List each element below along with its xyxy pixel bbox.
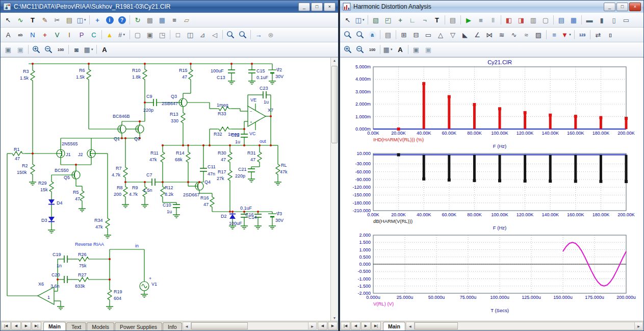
autoscale-icon[interactable]: a bbox=[366, 29, 378, 41]
mirror-icon[interactable]: ⊿ bbox=[196, 29, 209, 41]
attributes-icon[interactable]: A bbox=[2, 29, 14, 41]
tab-text[interactable]: Text bbox=[66, 322, 86, 330]
envelope-icon[interactable]: ≈ bbox=[520, 29, 532, 41]
properties-icon[interactable]: ▤ bbox=[382, 29, 394, 41]
next-page-button[interactable]: ▶ bbox=[361, 322, 371, 330]
analysis-limits-icon[interactable]: ◧ bbox=[503, 14, 515, 26]
zoom-out-icon[interactable] bbox=[354, 43, 366, 56]
grid-toggle-icon[interactable]: #▼ bbox=[116, 29, 128, 41]
warning-icon[interactable]: ▲ bbox=[104, 29, 116, 41]
zoom-100-icon[interactable]: 100 bbox=[55, 43, 67, 56]
page-copy-icon[interactable]: ▣ bbox=[144, 29, 156, 41]
component-picker-icon[interactable]: ◫▼ bbox=[354, 14, 366, 26]
notes-icon[interactable]: ▱ bbox=[181, 14, 193, 26]
next-page-icon[interactable]: ▣ bbox=[422, 43, 434, 56]
properties-icon[interactable]: ▤ bbox=[447, 14, 459, 26]
last-page-button[interactable]: ▶| bbox=[32, 322, 41, 330]
peak-icon[interactable]: ▽ bbox=[447, 29, 459, 41]
add-part-icon[interactable]: + bbox=[91, 14, 104, 26]
tile-vertical-icon[interactable]: ▮ bbox=[596, 14, 608, 26]
scroll-right-icon[interactable]: ▶ bbox=[308, 322, 316, 329]
scroll-left-icon[interactable]: ◀ bbox=[183, 322, 191, 329]
tab-info[interactable]: Info bbox=[163, 322, 182, 330]
text-tool-icon[interactable]: T bbox=[27, 14, 39, 26]
font-icon[interactable]: A bbox=[98, 43, 111, 56]
horizontal-scrollbar[interactable]: ◀ ▶ bbox=[406, 322, 643, 330]
ruler-icon[interactable]: ▭ bbox=[422, 29, 434, 41]
conditions-icon[interactable]: C bbox=[88, 29, 100, 41]
next-page-button[interactable]: ▶ bbox=[21, 322, 31, 330]
page-back-icon[interactable]: ▣ bbox=[2, 43, 14, 56]
clipboard-icon[interactable]: ▤ bbox=[63, 14, 75, 26]
pins-icon[interactable]: + bbox=[39, 29, 51, 41]
harmonic-chart-1[interactable]: Cy21.CIR5.000m4.000m3.000m2.000m1.000m0.… bbox=[342, 59, 643, 150]
tab-models[interactable]: Models bbox=[87, 322, 114, 330]
info-icon[interactable]: i bbox=[104, 14, 116, 26]
tab-main[interactable]: Main bbox=[383, 322, 405, 330]
text-tool-icon[interactable]: T bbox=[431, 14, 443, 26]
horizontal-tag-icon[interactable]: ⋈ bbox=[483, 29, 496, 41]
optimizer-icon[interactable]: ▥ bbox=[527, 14, 539, 26]
grid-style-icon[interactable]: ▦▼ bbox=[382, 43, 394, 56]
scissors-tool-icon[interactable]: ✂ bbox=[51, 14, 63, 26]
help-icon[interactable]: ? bbox=[116, 14, 128, 26]
voltages-icon[interactable]: V bbox=[51, 29, 63, 41]
restore-button[interactable]: □ bbox=[616, 3, 628, 11]
horizontal-scrollbar-thumb[interactable] bbox=[415, 322, 458, 329]
pan-left-button[interactable]: ◀ bbox=[318, 322, 327, 330]
magnify-icon[interactable] bbox=[342, 29, 354, 41]
horizontal-scrollbar-thumb[interactable] bbox=[191, 322, 248, 329]
snapshot-icon[interactable]: ◙ bbox=[70, 43, 83, 56]
harmonic-chart-2[interactable]: 10.000-30.000-60.000-90.000-120.000-150.… bbox=[342, 150, 643, 232]
select-tool-icon[interactable]: ↖ bbox=[2, 14, 14, 26]
prev-page-icon[interactable]: ▣ bbox=[410, 43, 422, 56]
tag-vertical-icon[interactable]: ¬ bbox=[419, 14, 431, 26]
watch-icon[interactable]: ▢ bbox=[539, 14, 552, 26]
first-page-button[interactable]: |◀ bbox=[341, 322, 350, 330]
cascade-icon[interactable]: ▯ bbox=[608, 14, 620, 26]
scroll-down-icon[interactable]: ▼ bbox=[333, 316, 337, 320]
label-branches-icon[interactable]: ≡ bbox=[548, 29, 560, 41]
power-icon[interactable]: P bbox=[75, 29, 88, 41]
pencil-tool-icon[interactable]: ✎ bbox=[39, 14, 51, 26]
cursor-bounds-icon[interactable]: [] bbox=[604, 29, 616, 41]
nodes-icon[interactable]: N bbox=[27, 29, 39, 41]
tag-horizontal-icon[interactable]: ∟ bbox=[406, 14, 419, 26]
restore-button[interactable]: □ bbox=[311, 3, 323, 11]
find-icon[interactable] bbox=[224, 29, 237, 41]
names-icon[interactable]: ab bbox=[14, 29, 27, 41]
find-repeat-icon[interactable] bbox=[237, 29, 249, 41]
zoom-out-icon[interactable] bbox=[42, 43, 55, 56]
zoom-region-icon[interactable]: ◰ bbox=[382, 14, 394, 26]
cursor-tool-icon[interactable]: + bbox=[394, 14, 406, 26]
numeric-output-icon[interactable]: ▤ bbox=[555, 14, 568, 26]
harmonic-chart-3[interactable]: 2.0001.5001.0000.5000.000-0.500-1.000-1.… bbox=[342, 232, 643, 315]
sheet-icon[interactable]: ▦ bbox=[156, 14, 168, 26]
currents-icon[interactable]: I bbox=[63, 29, 75, 41]
waveform-buffer-icon[interactable]: ▦ bbox=[568, 14, 580, 26]
scale-mode-icon[interactable] bbox=[354, 29, 366, 41]
tile-horizontal-icon[interactable]: ▬ bbox=[583, 14, 596, 26]
pan-right-button[interactable]: ▶ bbox=[328, 322, 338, 330]
select-tool-icon[interactable]: ↖ bbox=[342, 14, 354, 26]
refresh-icon[interactable]: ↻ bbox=[132, 14, 144, 26]
zoom-in-icon[interactable] bbox=[30, 43, 42, 56]
scroll-up-icon[interactable]: ▲ bbox=[333, 59, 337, 62]
scroll-right-icon[interactable]: ▶ bbox=[634, 322, 642, 329]
flip-x-icon[interactable]: ◫ bbox=[184, 29, 196, 41]
horizontal-scrollbar[interactable]: ◀ ▶ bbox=[183, 322, 317, 330]
component-picker-icon[interactable]: ◫▼ bbox=[75, 14, 88, 26]
schematic-canvas[interactable]: ++−+R31.5kR61.5kR101.8kR1547100uFC13C150… bbox=[1, 57, 338, 321]
tokens-icon[interactable]: ⊟ bbox=[410, 29, 422, 41]
previous-page-button[interactable]: ◀ bbox=[351, 322, 360, 330]
previous-page-button[interactable]: ◀ bbox=[11, 322, 21, 330]
run-icon[interactable]: ▶ bbox=[462, 14, 475, 26]
zoom-100-icon[interactable]: 100 bbox=[366, 43, 378, 56]
page-forward-icon[interactable]: ▣ bbox=[14, 43, 27, 56]
pause-icon[interactable]: ‖ bbox=[487, 14, 499, 26]
box-select-icon[interactable]: □ bbox=[172, 29, 184, 41]
stop-icon[interactable]: ■ bbox=[475, 14, 487, 26]
swap-xy-icon[interactable]: ⇄ bbox=[592, 29, 604, 41]
plus-mark-icon[interactable]: △ bbox=[434, 29, 447, 41]
analysis-titlebar[interactable]: Harmonic Distortion Analysis _□× bbox=[340, 1, 643, 13]
